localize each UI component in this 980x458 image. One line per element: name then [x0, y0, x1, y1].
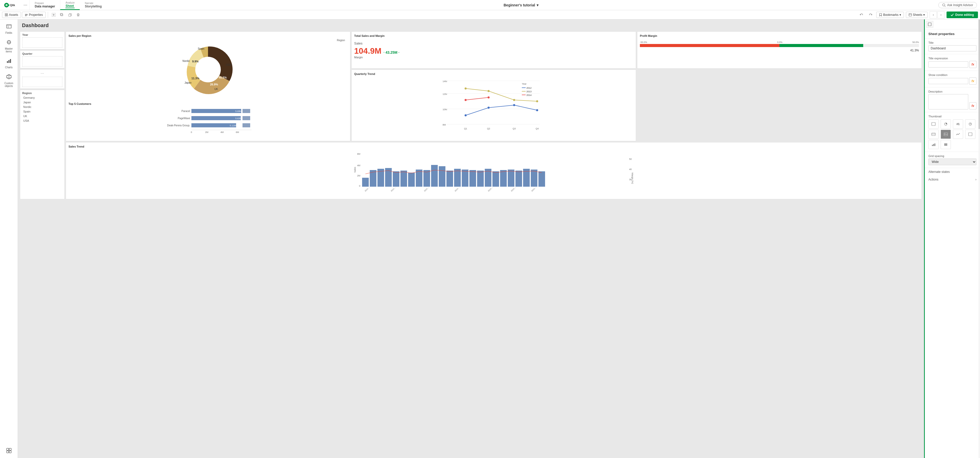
year-filter-panel: Year [20, 32, 65, 49]
toolbar-right: Bookmarks ▾ Sheets ▾ ‹ › Done editing [858, 11, 978, 18]
thumb-image[interactable] [941, 130, 951, 139]
svg-rect-109 [439, 166, 445, 187]
filter-more-icon[interactable]: ··· [22, 71, 62, 76]
region-usa[interactable]: USA [22, 119, 62, 123]
done-editing-button[interactable]: Done editing [947, 11, 978, 18]
filter-extra-body[interactable] [22, 77, 62, 87]
quarter-filter-body[interactable] [22, 56, 62, 67]
done-editing-label: Done editing [955, 13, 974, 17]
region-uk[interactable]: UK [22, 114, 62, 118]
delete-button[interactable] [75, 11, 82, 18]
actions-label[interactable]: Actions › [925, 176, 980, 184]
thumb-number[interactable]: #1 [953, 120, 963, 129]
assets-button[interactable]: Assets [2, 12, 21, 18]
description-textarea[interactable] [928, 94, 968, 109]
toolbar-left: Assets Properties [2, 12, 46, 18]
insight-advisor-label: Ask Insight Advisor [947, 3, 973, 7]
svg-text:2012-...: 2012-... [364, 187, 370, 192]
region-germany[interactable]: Germany [22, 96, 62, 100]
bookmarks-button[interactable]: Bookmarks ▾ [876, 12, 904, 18]
svg-point-5 [942, 3, 945, 6]
master-items-label: Master items [2, 47, 16, 53]
properties-content: Sheet properties Title Title expression … [924, 29, 980, 184]
svg-text:0: 0 [359, 185, 360, 187]
nav-prepare[interactable]: Prepare Data manager [29, 0, 60, 10]
grid-spacing-label: Grid spacing [928, 155, 977, 158]
svg-text:USA: USA [226, 63, 232, 66]
thumb-line-chart[interactable] [953, 130, 963, 139]
panel-scrollbar-thumb[interactable] [978, 19, 980, 129]
thumb-sheet[interactable] [928, 120, 939, 129]
svg-text:Spain: Spain [198, 47, 204, 50]
svg-rect-141 [932, 145, 933, 146]
sheet-nav-arrows: ‹ › [930, 11, 945, 18]
show-condition-input[interactable] [928, 78, 968, 84]
panel-type-selector [924, 19, 980, 29]
show-condition-section: Show condition fx [925, 71, 980, 88]
profit-mid-label: 0.0% [777, 41, 783, 43]
svg-rect-10 [6, 15, 8, 16]
more-options-icon[interactable]: ··· [21, 0, 29, 10]
region-nordic[interactable]: Nordic [22, 105, 62, 109]
left-sidebar: Fields Master items Charts Custom object… [0, 19, 18, 458]
panel-sheet-icon[interactable] [926, 21, 933, 28]
year-filter-body[interactable] [22, 37, 62, 48]
title-label: Title [928, 41, 977, 44]
insight-advisor-button[interactable]: Ask Insight Advisor [939, 2, 977, 8]
sheets-button[interactable]: Sheets ▾ [906, 12, 928, 18]
svg-point-80 [536, 100, 538, 102]
thumb-stacked-bar[interactable] [941, 140, 951, 149]
redo-button[interactable] [867, 11, 874, 18]
properties-button[interactable]: Properties [22, 12, 46, 18]
sidebar-item-fields[interactable]: Fields [1, 21, 17, 36]
svg-text:26.9%: 26.9% [210, 83, 218, 86]
svg-rect-131 [932, 123, 935, 126]
properties-header: Sheet properties [925, 29, 980, 38]
region-spain[interactable]: Spain [22, 109, 62, 113]
title-input[interactable] [928, 45, 977, 51]
svg-text:UK: UK [215, 88, 218, 91]
thumbnail-label: Thumbnail [928, 115, 977, 118]
logo-area: Qlik [0, 0, 21, 10]
svg-rect-18 [60, 13, 62, 15]
grid-spacing-select[interactable]: Small Medium Wide [928, 158, 977, 165]
thumb-small-sheet[interactable] [928, 130, 939, 139]
app-title[interactable]: Beginner's tutorial ▾ [504, 3, 538, 7]
show-condition-fx-button[interactable]: fx [969, 78, 977, 85]
description-fx-button[interactable]: fx [969, 102, 977, 109]
title-expression-fx-button[interactable]: fx [969, 61, 977, 68]
svg-rect-118 [508, 169, 514, 187]
quarter-filter-panel: Quarter [20, 50, 65, 68]
region-japan[interactable]: Japan [22, 100, 62, 104]
charts-label: Charts [5, 66, 13, 69]
svg-text:Q3: Q3 [512, 128, 516, 130]
undo-button[interactable] [858, 11, 865, 18]
next-sheet-button[interactable]: › [937, 11, 945, 18]
svg-rect-20 [909, 14, 912, 16]
sidebar-item-custom-objects[interactable]: Custom objects [1, 72, 17, 89]
add-object-button[interactable] [50, 11, 57, 18]
checkmark-icon [951, 13, 954, 16]
sidebar-item-charts[interactable]: Charts [1, 56, 17, 71]
nav-narrate[interactable]: Narrate Storytelling [80, 0, 107, 10]
thumb-bar-chart[interactable] [928, 140, 939, 149]
quarterly-trend-card: Quarterly Trend 14M 12M 10M 8M Q1 Q2 Q3 [352, 70, 636, 141]
svg-rect-140 [969, 133, 972, 136]
svg-rect-136 [932, 133, 935, 136]
title-expression-input[interactable] [928, 61, 968, 67]
copy-button[interactable] [67, 11, 73, 18]
svg-rect-143 [934, 144, 935, 146]
duplicate-button[interactable] [58, 11, 65, 18]
sidebar-item-bottom[interactable] [1, 446, 17, 456]
total-sales-content: Sales 104.9M · 43.25M · Margin [354, 39, 633, 61]
svg-point-82 [488, 96, 490, 99]
thumb-clock[interactable] [965, 120, 975, 129]
svg-rect-29 [10, 59, 11, 63]
thumb-pie[interactable] [941, 120, 951, 129]
alternate-states-label[interactable]: Alternate states [925, 168, 980, 176]
prev-sheet-button[interactable]: ‹ [930, 11, 937, 18]
nav-analyze[interactable]: Analyze Sheet [60, 0, 80, 10]
title-section: Title [925, 38, 980, 54]
sidebar-item-master-items[interactable]: Master items [1, 37, 17, 55]
thumb-empty-sheet[interactable] [965, 130, 975, 139]
